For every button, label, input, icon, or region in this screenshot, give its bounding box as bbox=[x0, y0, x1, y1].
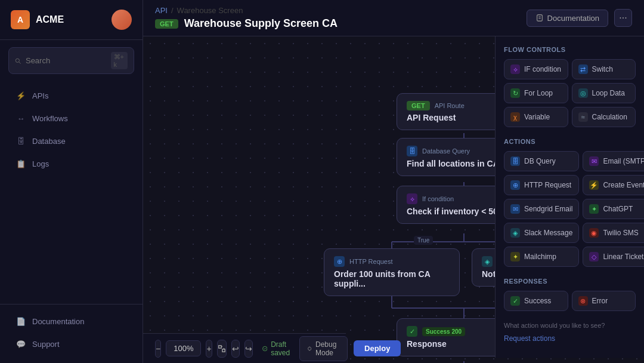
action-http-request[interactable]: ⊕ HTTP Request bbox=[504, 175, 579, 195]
search-icon bbox=[15, 57, 21, 65]
response-icon: ✓ bbox=[407, 326, 417, 337]
control-for-loop[interactable]: ↻ For Loop bbox=[504, 83, 568, 103]
node-label-response: Response bbox=[407, 339, 495, 349]
avatar[interactable] bbox=[112, 10, 132, 30]
search-input[interactable] bbox=[26, 56, 106, 65]
action-email-smtp[interactable]: ✉ Email (SMTP) bbox=[583, 151, 644, 171]
fit-icon bbox=[218, 344, 226, 353]
actions-grid: 🗄 DB Query ✉ Email (SMTP) ⊕ HTTP Request… bbox=[504, 151, 636, 267]
action-mailchimp[interactable]: ✦ Mailchimp bbox=[504, 247, 579, 267]
responses-section: Responses ✓ Success ⊗ Error bbox=[504, 278, 636, 311]
debug-mode-button[interactable]: Debug Mode bbox=[299, 336, 348, 361]
action-slack[interactable]: ◈ Slack Message bbox=[504, 223, 579, 243]
control-variable[interactable]: χ Variable bbox=[504, 107, 568, 127]
node-label-db: Find all locations in CA bbox=[407, 159, 495, 168]
flow-controls-grid: ⟡ IF condition ⇄ Switch ↻ For Loop ◎ Loo… bbox=[504, 59, 636, 127]
node-label-api: API Request bbox=[407, 113, 495, 122]
apis-icon: ⚡ bbox=[16, 90, 26, 101]
if-condition-ctrl-icon: ⟡ bbox=[510, 64, 520, 74]
for-loop-icon: ↻ bbox=[510, 88, 520, 98]
debug-icon bbox=[307, 344, 312, 353]
database-icon: 🗄 bbox=[16, 136, 26, 146]
slack-action-icon: ◈ bbox=[510, 228, 520, 238]
sidebar-item-documentation[interactable]: 📄 Documentation bbox=[5, 310, 138, 332]
sidebar-logo: A ACME bbox=[0, 0, 143, 40]
node-api-route[interactable]: GET API Route API Request bbox=[397, 93, 495, 130]
chatgpt-icon: ✦ bbox=[589, 204, 599, 214]
email-smtp-icon: ✉ bbox=[589, 156, 599, 166]
node-if-condition[interactable]: ⟡ If condition Check if inventory < 50 bbox=[397, 186, 495, 224]
doc-icon bbox=[535, 14, 544, 22]
support-icon: 💬 bbox=[16, 339, 26, 349]
breadcrumb-page: Warehouse Screen bbox=[177, 6, 243, 15]
header: API / Warehouse Screen GET Warehouse Sup… bbox=[143, 0, 644, 36]
get-badge: GET bbox=[155, 19, 178, 29]
response-error[interactable]: ⊗ Error bbox=[572, 291, 636, 311]
responses-grid: ✓ Success ⊗ Error bbox=[504, 291, 636, 311]
switch-icon: ⇄ bbox=[578, 64, 588, 74]
action-create-event[interactable]: ⚡ Create Event bbox=[583, 175, 644, 195]
page-title: Warehouse Supply Screen CA bbox=[184, 17, 338, 30]
action-sendgrid[interactable]: ✉ Sendgrid Email bbox=[504, 199, 579, 219]
check-icon bbox=[262, 344, 268, 353]
control-calculation[interactable]: ≈ Calculation bbox=[572, 107, 636, 127]
control-switch[interactable]: ⇄ Switch bbox=[572, 59, 636, 79]
sendgrid-icon: ✉ bbox=[510, 204, 520, 214]
deploy-button[interactable]: Deploy bbox=[354, 340, 401, 356]
node-badge-get: GET bbox=[407, 101, 430, 110]
control-if-condition[interactable]: ⟡ IF condition bbox=[504, 59, 568, 79]
fit-button[interactable] bbox=[217, 340, 227, 358]
main: API / Warehouse Screen GET Warehouse Sup… bbox=[143, 0, 644, 363]
node-db-query[interactable]: 🗄 Database Query Find all locations in C… bbox=[397, 138, 495, 176]
control-loop-data[interactable]: ◎ Loop Data bbox=[572, 83, 636, 103]
breadcrumb-separator: / bbox=[171, 6, 174, 15]
bottom-toolbar: − 100% + ↩ ↪ bbox=[143, 333, 346, 363]
loop-data-icon: ◎ bbox=[578, 88, 588, 98]
app-logo-icon: A bbox=[11, 10, 30, 29]
sidebar-item-database[interactable]: 🗄 Database bbox=[5, 130, 138, 152]
svg-line-1 bbox=[19, 61, 20, 63]
flow-canvas[interactable]: GET API Route API Request 🗄 Database Que… bbox=[143, 36, 495, 363]
request-actions-link[interactable]: Request actions bbox=[504, 334, 555, 343]
search-box[interactable]: ⌘+ k bbox=[8, 47, 134, 74]
zoom-out-button[interactable]: − bbox=[155, 340, 161, 358]
action-twilio[interactable]: ◉ Twilio SMS bbox=[583, 223, 644, 243]
sidebar-item-label: Documentation bbox=[32, 317, 84, 326]
page-title-area: GET Warehouse Supply Screen CA bbox=[155, 17, 338, 30]
svg-rect-20 bbox=[222, 349, 225, 351]
action-linear[interactable]: ◇ Linear Ticket bbox=[583, 247, 644, 267]
sidebar-item-label: Support bbox=[32, 340, 60, 349]
node-type-api: API Route bbox=[435, 102, 465, 109]
responses-title: Responses bbox=[504, 278, 636, 285]
more-options-button[interactable]: ··· bbox=[614, 9, 632, 27]
slack-message-icon: ◈ bbox=[482, 256, 493, 267]
action-chatgpt[interactable]: ✦ ChatGPT bbox=[583, 199, 644, 219]
svg-rect-19 bbox=[218, 345, 221, 347]
sidebar-item-logs[interactable]: 📋 Logs bbox=[5, 153, 138, 174]
response-badge: Success 200 bbox=[422, 327, 465, 336]
response-success[interactable]: ✓ Success bbox=[504, 291, 568, 311]
redo-button[interactable]: ↪ bbox=[244, 340, 253, 358]
documentation-button[interactable]: Documentation bbox=[527, 10, 608, 27]
sidebar-item-apis[interactable]: ⚡ APIs bbox=[5, 85, 138, 106]
http-request-action-icon: ⊕ bbox=[510, 180, 520, 190]
node-http-request-order[interactable]: ⊕ HTTP Request Order 100 units from CA s… bbox=[324, 248, 460, 296]
node-label-http-order: Order 100 units from CA suppli... bbox=[334, 269, 450, 288]
zoom-display: 100% bbox=[166, 340, 201, 356]
variable-icon: χ bbox=[510, 112, 520, 122]
node-label-slack: Notify Internal Team bbox=[482, 269, 495, 279]
undo-button[interactable]: ↩ bbox=[231, 340, 240, 358]
action-db-query[interactable]: 🗄 DB Query bbox=[504, 151, 579, 171]
sidebar-item-support[interactable]: 💬 Support bbox=[5, 333, 138, 355]
if-condition-icon: ⟡ bbox=[407, 193, 417, 204]
breadcrumb-api-link[interactable]: API bbox=[155, 6, 168, 15]
app-name: ACME bbox=[36, 14, 64, 25]
zoom-in-button[interactable]: + bbox=[206, 340, 212, 358]
sidebar-item-workflows[interactable]: ↔ Workflows bbox=[5, 107, 138, 129]
logs-icon: 📋 bbox=[16, 158, 26, 169]
sidebar-bottom: 📄 Documentation 💬 Support bbox=[0, 304, 143, 363]
node-response[interactable]: ✓ Success 200 Response bbox=[397, 318, 495, 356]
nav-items: ⚡ APIs ↔ Workflows 🗄 Database 📋 Logs bbox=[0, 81, 143, 304]
actions-title: Actions bbox=[504, 138, 636, 145]
node-slack-message[interactable]: ◈ Slack Message Notify Internal Team bbox=[472, 248, 495, 287]
